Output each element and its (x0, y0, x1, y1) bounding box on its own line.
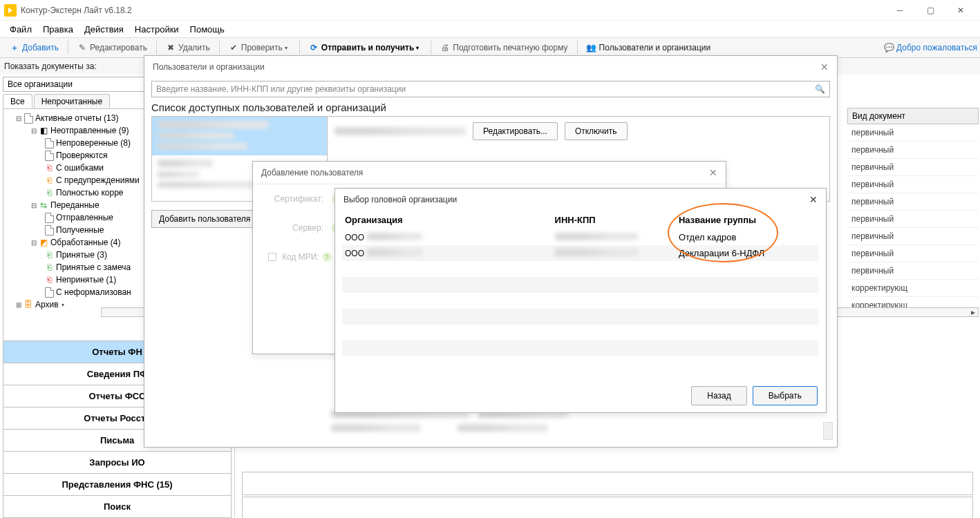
add-user-button[interactable]: Добавить пользователя (151, 210, 258, 228)
separator (299, 41, 300, 55)
cell[interactable]: первичный (847, 262, 979, 280)
edit-button[interactable]: ✎Редактировать (72, 41, 153, 54)
cell[interactable]: первичный (847, 124, 979, 142)
org-table: Организация ИНН-КПП Название группы ООО … (342, 211, 819, 372)
tab-unread[interactable]: Непрочитанные (34, 94, 110, 108)
error-doc-icon: ⎗ (44, 163, 55, 173)
document-type-column: Вид документ первичный первичный первичн… (847, 108, 979, 314)
list-header: Список доступных пользователей и организ… (151, 102, 830, 113)
search-placeholder: Введите название, ИНН-КПП или другие рек… (156, 84, 406, 94)
col-organization[interactable]: Организация (342, 211, 552, 229)
users-icon: 👥 (587, 43, 596, 52)
app-logo-icon (4, 4, 17, 17)
check-button[interactable]: ✔Проверить▾ (223, 41, 296, 54)
accepted-doc-icon: ⎗ (44, 250, 55, 260)
collapse-icon[interactable]: ⊟ (30, 127, 38, 135)
collapse-icon[interactable]: ⊟ (30, 239, 38, 247)
cross-icon: ✖ (166, 43, 176, 52)
lower-panel-1 (242, 472, 973, 495)
separator (219, 41, 220, 55)
menu-bar: Файл Правка Действия Настройки Помощь (0, 21, 980, 37)
chevron-down-icon[interactable]: ▾ (416, 45, 422, 51)
user-list-item[interactable] (152, 117, 327, 155)
welcome-feedback-button[interactable]: 💬Добро пожаловаться (884, 43, 977, 52)
window-title: Контур-Экстерн Лайт v6.18.2 (21, 6, 132, 15)
edit-user-button[interactable]: Редактировать... (473, 122, 558, 140)
cell[interactable]: первичный (847, 176, 979, 193)
search-icon[interactable]: 🔍 (815, 84, 825, 94)
help-icon[interactable]: ? (322, 252, 332, 262)
plus-icon: ＋ (10, 43, 19, 52)
scroll-right-icon[interactable]: ▸ (968, 308, 978, 316)
menu-file[interactable]: Файл (4, 23, 37, 36)
dialog-title: Выбор головной организации (343, 195, 457, 204)
collapse-icon[interactable]: ⊟ (15, 115, 23, 122)
close-icon[interactable]: ✕ (820, 61, 829, 73)
lower-panel-2 (242, 497, 973, 518)
back-button[interactable]: Назад (691, 386, 746, 405)
certificate-label: Сертификат: (268, 194, 323, 204)
filter-label: Показать документы за: (4, 61, 97, 71)
table-row[interactable] (342, 309, 819, 325)
nav-search[interactable]: Поиск (3, 495, 232, 518)
sync-icon: ⟳ (309, 43, 319, 52)
table-row[interactable]: ООО Декларации 6-НДФЛ (342, 245, 819, 261)
table-row[interactable] (342, 340, 819, 356)
column-header[interactable]: Вид документ (847, 108, 979, 124)
warning-doc-icon: ⎗ (44, 175, 55, 185)
nav-repr[interactable]: Представления ФНС (15) (3, 473, 232, 496)
pencil-icon: ✎ (77, 43, 87, 52)
table-row[interactable] (342, 261, 819, 277)
disable-user-button[interactable]: Отключить (565, 122, 628, 140)
col-group-name[interactable]: Название группы (676, 211, 819, 229)
minimize-button[interactable]: ─ (885, 1, 915, 20)
chevron-down-icon[interactable]: ▾ (285, 45, 290, 51)
select-parent-org-dialog: Выбор головной организации ✕ Организация… (334, 188, 827, 413)
table-row[interactable] (342, 356, 819, 372)
document-icon (44, 225, 55, 235)
menu-help[interactable]: Помощь (185, 23, 230, 36)
cell[interactable]: первичный (847, 159, 979, 176)
processed-icon: ◩ (38, 238, 49, 247)
org-search-input[interactable]: Введите название, ИНН-КПП или другие рек… (151, 81, 830, 97)
vertical-scrollbar[interactable] (823, 422, 833, 440)
close-icon[interactable]: ✕ (809, 194, 818, 205)
print-form-button[interactable]: 🖨Подготовить печатную форму (435, 41, 573, 54)
menu-settings[interactable]: Настройки (129, 23, 185, 36)
menu-actions[interactable]: Действия (79, 23, 129, 36)
close-icon[interactable]: ✕ (709, 167, 717, 178)
close-button[interactable]: ✕ (945, 1, 976, 20)
table-row[interactable]: ООО Отдел кадров (342, 229, 819, 245)
users-orgs-button[interactable]: 👥Пользователи и организации (581, 41, 717, 54)
document-icon (44, 213, 55, 222)
cell[interactable]: первичный (847, 193, 979, 211)
table-row[interactable] (342, 325, 819, 340)
col-inn-kpp[interactable]: ИНН-КПП (552, 211, 676, 229)
select-button[interactable]: Выбрать (753, 386, 818, 405)
printer-icon: 🖨 (440, 43, 450, 52)
separator (577, 41, 578, 55)
cell[interactable]: первичный (847, 228, 979, 245)
cell[interactable]: корректирующ (847, 280, 979, 297)
tab-all[interactable]: Все (3, 94, 32, 108)
menu-edit[interactable]: Правка (37, 23, 79, 36)
add-button[interactable]: ＋Добавить (4, 41, 64, 54)
cell[interactable]: первичный (847, 211, 979, 228)
expand-icon[interactable]: ⊞ (15, 301, 23, 309)
organization-combo-value: Все организации (8, 79, 73, 89)
mri-label: Код МРИ: (282, 252, 319, 262)
send-receive-button[interactable]: ⟳Отправить и получить▾ (303, 41, 428, 54)
cell[interactable]: первичный (847, 245, 979, 262)
table-row[interactable] (342, 277, 819, 293)
delete-button[interactable]: ✖Удалить (160, 41, 216, 54)
maximize-button[interactable]: ▢ (915, 1, 945, 20)
document-icon (44, 151, 55, 160)
cell[interactable]: первичный (847, 142, 979, 159)
document-icon (44, 138, 55, 148)
mri-checkbox[interactable] (268, 253, 276, 261)
transfer-icon: ⇆ (38, 200, 49, 210)
nav-ion[interactable]: Запросы ИО (3, 451, 232, 474)
table-row[interactable] (342, 293, 819, 309)
collapse-icon[interactable]: ⊟ (30, 202, 38, 209)
document-icon (23, 113, 34, 123)
